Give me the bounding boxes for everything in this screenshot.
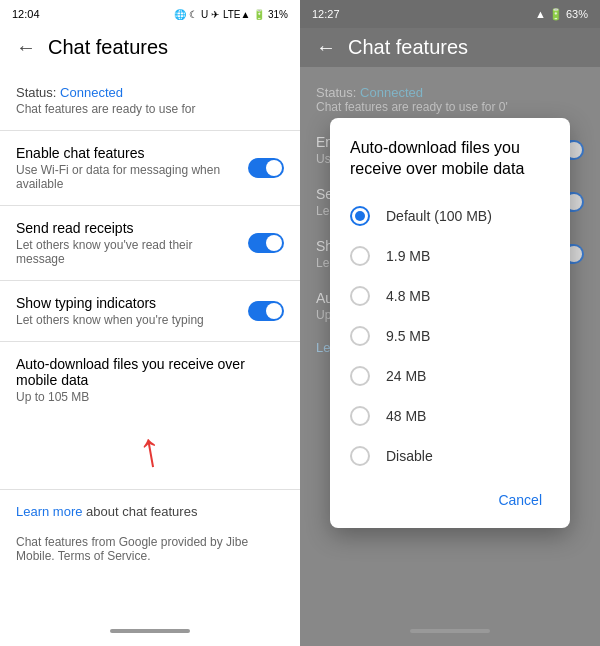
status-label: Status: Connected	[16, 85, 284, 100]
radio-circle-3	[350, 326, 370, 346]
radio-circle-1	[350, 246, 370, 266]
divider-3	[0, 280, 300, 281]
back-button-left[interactable]: ←	[16, 36, 36, 59]
read-receipts-row[interactable]: Send read receipts Let others know you'v…	[0, 210, 300, 276]
footer-text: Chat features from Google provided by Ji…	[0, 529, 300, 573]
signal-icons-left: 🌐 ☾ U ✈ LTE▲ 🔋 31%	[174, 9, 288, 20]
divider-1	[0, 130, 300, 131]
radio-label-6: Disable	[386, 448, 433, 464]
learn-more-link[interactable]: Learn more	[16, 504, 82, 519]
radio-circle-4	[350, 366, 370, 386]
learn-more-section: Learn more about chat features	[0, 494, 300, 529]
read-receipts-title: Send read receipts	[16, 220, 236, 236]
radio-circle-6	[350, 446, 370, 466]
radio-label-3: 9.5 MB	[386, 328, 430, 344]
radio-option-1[interactable]: 1.9 MB	[330, 236, 570, 276]
divider-5	[0, 489, 300, 490]
home-indicator-left	[0, 616, 300, 646]
read-receipts-subtitle: Let others know you've read their messag…	[16, 238, 236, 266]
typing-indicators-subtitle: Let others know when you're typing	[16, 313, 236, 327]
radio-label-2: 4.8 MB	[386, 288, 430, 304]
auto-download-subtitle: Up to 105 MB	[16, 390, 272, 404]
home-bar-left	[110, 629, 190, 633]
auto-download-modal: Auto-download files you receive over mob…	[330, 118, 570, 528]
radio-option-5[interactable]: 48 MB	[330, 396, 570, 436]
radio-label-4: 24 MB	[386, 368, 426, 384]
radio-circle-5	[350, 406, 370, 426]
radio-option-0[interactable]: Default (100 MB)	[330, 196, 570, 236]
typing-indicators-row[interactable]: Show typing indicators Let others know w…	[0, 285, 300, 337]
auto-download-title: Auto-download files you receive over mob…	[16, 356, 272, 388]
radio-label-5: 48 MB	[386, 408, 426, 424]
status-bar-left: 12:04 🌐 ☾ U ✈ LTE▲ 🔋 31%	[0, 0, 300, 28]
radio-circle-2	[350, 286, 370, 306]
modal-title: Auto-download files you receive over mob…	[330, 138, 570, 196]
read-receipts-text: Send read receipts Let others know you'v…	[16, 220, 248, 266]
typing-indicators-text: Show typing indicators Let others know w…	[16, 295, 248, 327]
radio-option-2[interactable]: 4.8 MB	[330, 276, 570, 316]
radio-inner-0	[355, 211, 365, 221]
top-bar-left: ← Chat features	[0, 28, 300, 67]
radio-label-1: 1.9 MB	[386, 248, 430, 264]
signal-text-left: 🌐 ☾ U ✈	[174, 9, 219, 20]
radio-option-4[interactable]: 24 MB	[330, 356, 570, 396]
radio-label-0: Default (100 MB)	[386, 208, 492, 224]
enable-chat-row[interactable]: Enable chat features Use Wi-Fi or data f…	[0, 135, 300, 201]
read-receipts-toggle[interactable]	[248, 233, 284, 253]
left-panel: 12:04 🌐 ☾ U ✈ LTE▲ 🔋 31% ← Chat features…	[0, 0, 300, 646]
status-section-left: Status: Connected Chat features are read…	[0, 75, 300, 126]
divider-4	[0, 341, 300, 342]
modal-overlay: Auto-download files you receive over mob…	[300, 0, 600, 646]
red-arrow-icon: ↑	[133, 420, 166, 478]
content-left: Status: Connected Chat features are read…	[0, 67, 300, 616]
radio-circle-0	[350, 206, 370, 226]
radio-option-3[interactable]: 9.5 MB	[330, 316, 570, 356]
enable-chat-subtitle: Use Wi-Fi or data for messaging when ava…	[16, 163, 236, 191]
enable-chat-toggle[interactable]	[248, 158, 284, 178]
typing-indicators-title: Show typing indicators	[16, 295, 236, 311]
typing-indicators-toggle[interactable]	[248, 301, 284, 321]
time-left: 12:04	[12, 8, 40, 20]
page-title-left: Chat features	[48, 36, 168, 59]
enable-chat-title: Enable chat features	[16, 145, 236, 161]
divider-2	[0, 205, 300, 206]
status-description: Chat features are ready to use for	[16, 102, 284, 116]
learn-more-rest: about chat features	[82, 504, 197, 519]
auto-download-row[interactable]: Auto-download files you receive over mob…	[0, 346, 300, 414]
modal-actions: Cancel	[330, 476, 570, 520]
right-panel: 12:27 ▲ 🔋 63% ← Chat features Status: Co…	[300, 0, 600, 646]
radio-option-6[interactable]: Disable	[330, 436, 570, 476]
status-value: Connected	[60, 85, 123, 100]
arrow-indicator: ↑	[0, 414, 300, 485]
network-text-left: LTE▲ 🔋 31%	[223, 9, 288, 20]
enable-chat-text: Enable chat features Use Wi-Fi or data f…	[16, 145, 248, 191]
cancel-button[interactable]: Cancel	[486, 484, 554, 516]
auto-download-text: Auto-download files you receive over mob…	[16, 356, 284, 404]
